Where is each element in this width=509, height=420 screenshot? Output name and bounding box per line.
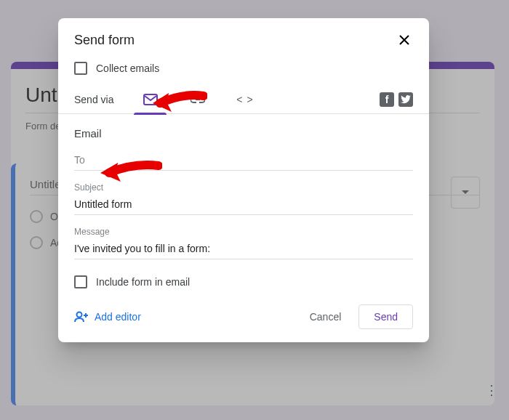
tab-embed[interactable]: < > <box>221 85 268 114</box>
facebook-share-button[interactable]: f <box>380 92 394 107</box>
twitter-share-button[interactable] <box>398 92 413 107</box>
include-form-checkbox[interactable] <box>74 275 87 288</box>
send-button[interactable]: Send <box>358 304 413 329</box>
message-label: Message <box>74 227 413 237</box>
close-icon <box>398 34 410 46</box>
collect-emails-checkbox[interactable] <box>74 62 87 75</box>
subject-label: Subject <box>74 182 413 193</box>
message-input[interactable] <box>74 238 413 259</box>
add-editor-label: Add editor <box>95 311 141 323</box>
facebook-icon: f <box>385 94 389 105</box>
include-form-label: Include form in email <box>96 276 190 288</box>
message-field: Message <box>74 227 413 259</box>
send-via-label: Send via <box>74 94 113 105</box>
twitter-icon <box>401 95 411 104</box>
cancel-button[interactable]: Cancel <box>298 305 353 328</box>
svg-point-1 <box>77 312 82 318</box>
dialog-header: Send form <box>58 18 429 56</box>
collect-emails-row: Collect emails <box>74 56 413 85</box>
link-icon <box>191 96 205 103</box>
dialog-title: Send form <box>74 33 135 48</box>
to-input[interactable] <box>74 150 413 171</box>
include-form-row: Include form in email <box>74 271 413 302</box>
dialog-body: Collect emails Send via < > f Emai <box>58 56 429 342</box>
tab-link[interactable] <box>174 85 221 114</box>
person-add-icon <box>74 311 89 323</box>
tab-email[interactable] <box>127 85 174 114</box>
mail-icon <box>143 94 158 105</box>
dialog-footer: Add editor Cancel Send <box>74 302 413 329</box>
send-via-tabs: Send via < > f <box>58 85 429 114</box>
collect-emails-label: Collect emails <box>96 62 159 74</box>
send-form-dialog: Send form Collect emails Send via < > f <box>58 18 429 342</box>
email-section-label: Email <box>74 127 413 140</box>
embed-icon: < > <box>236 94 253 105</box>
social-share: f <box>380 92 413 107</box>
subject-field: Subject <box>74 182 413 215</box>
close-button[interactable] <box>396 31 413 49</box>
to-field <box>74 150 413 171</box>
subject-input[interactable] <box>74 194 413 215</box>
add-editor-button[interactable]: Add editor <box>74 311 141 323</box>
